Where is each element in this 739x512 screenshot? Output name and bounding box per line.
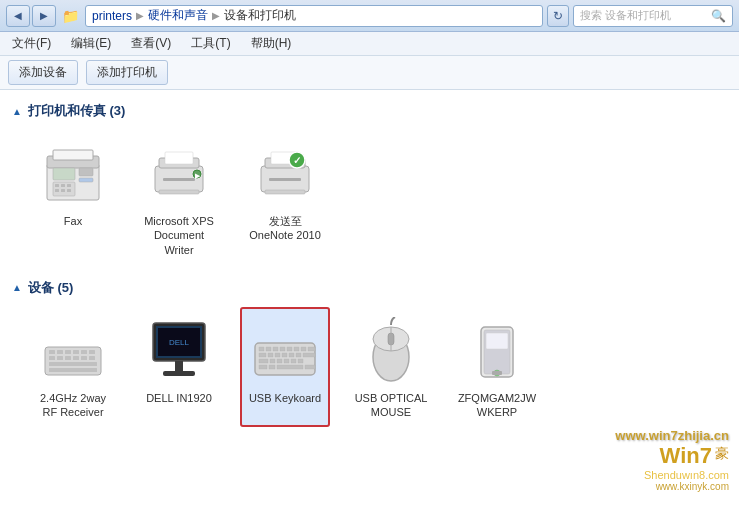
menu-edit[interactable]: 编辑(E) bbox=[67, 33, 115, 54]
svg-rect-34 bbox=[49, 356, 55, 360]
section-label-devices: 设备 (5) bbox=[28, 279, 74, 297]
svg-rect-15 bbox=[163, 178, 195, 181]
svg-rect-16 bbox=[159, 190, 199, 194]
svg-rect-50 bbox=[266, 347, 271, 351]
svg-rect-40 bbox=[49, 362, 97, 366]
svg-rect-8 bbox=[61, 184, 65, 187]
svg-rect-36 bbox=[65, 356, 71, 360]
device-xps[interactable]: ▶ Microsoft XPS Document Writer bbox=[134, 130, 224, 265]
svg-rect-53 bbox=[287, 347, 292, 351]
forward-button[interactable]: ▶ bbox=[32, 5, 56, 27]
svg-rect-22 bbox=[269, 178, 301, 181]
rf-icon bbox=[37, 315, 109, 387]
svg-rect-4 bbox=[79, 178, 93, 182]
search-bar[interactable]: 搜索 设备和打印机 🔍 bbox=[573, 5, 733, 27]
section-label-printers: 打印机和传真 (3) bbox=[28, 102, 126, 120]
svg-rect-29 bbox=[57, 350, 63, 354]
svg-text:✓: ✓ bbox=[293, 155, 301, 166]
mouse-label: USB OPTICAL MOUSE bbox=[354, 391, 428, 420]
svg-rect-63 bbox=[303, 353, 315, 357]
breadcrumb-item-controlpanel[interactable]: printers bbox=[92, 9, 132, 23]
address-bar: ◀ ▶ 📁 printers ▶ 硬件和声音 ▶ 设备和打印机 ↻ 搜索 设备和… bbox=[0, 0, 739, 32]
svg-rect-71 bbox=[269, 365, 275, 369]
search-icon: 🔍 bbox=[711, 9, 726, 23]
breadcrumb[interactable]: printers ▶ 硬件和声音 ▶ 设备和打印机 bbox=[85, 5, 543, 27]
nav-buttons: ◀ ▶ bbox=[6, 5, 56, 27]
svg-rect-73 bbox=[305, 365, 315, 369]
svg-rect-51 bbox=[273, 347, 278, 351]
svg-rect-9 bbox=[67, 184, 71, 187]
svg-rect-69 bbox=[298, 359, 303, 363]
section-header-printers: ▲ 打印机和传真 (3) bbox=[12, 102, 727, 120]
svg-rect-62 bbox=[296, 353, 301, 357]
add-printer-button[interactable]: 添加打印机 bbox=[86, 60, 168, 85]
menu-help[interactable]: 帮助(H) bbox=[247, 33, 296, 54]
device-onenote[interactable]: ✓ 发送至 OneNote 2010 bbox=[240, 130, 330, 265]
svg-rect-32 bbox=[81, 350, 87, 354]
svg-rect-61 bbox=[289, 353, 294, 357]
svg-rect-67 bbox=[284, 359, 289, 363]
svg-rect-44 bbox=[175, 361, 183, 371]
svg-rect-37 bbox=[73, 356, 79, 360]
svg-rect-82 bbox=[492, 371, 502, 375]
dell-label: DELL IN1920 bbox=[146, 391, 212, 405]
svg-rect-52 bbox=[280, 347, 285, 351]
search-placeholder-text: 搜索 设备和打印机 bbox=[580, 8, 707, 23]
breadcrumb-sep-1: ▶ bbox=[136, 10, 144, 21]
svg-rect-49 bbox=[259, 347, 264, 351]
add-device-button[interactable]: 添加设备 bbox=[8, 60, 78, 85]
svg-rect-59 bbox=[275, 353, 280, 357]
toolbar: 添加设备 添加打印机 bbox=[0, 56, 739, 90]
back-button[interactable]: ◀ bbox=[6, 5, 30, 27]
section-header-devices: ▲ 设备 (5) bbox=[12, 279, 727, 297]
menu-bar: 文件(F) 编辑(E) 查看(V) 工具(T) 帮助(H) bbox=[0, 32, 739, 56]
device-dell-monitor[interactable]: DELL DELL IN1920 bbox=[134, 307, 224, 428]
breadcrumb-item-hardware[interactable]: 硬件和声音 bbox=[148, 7, 208, 24]
svg-rect-65 bbox=[270, 359, 275, 363]
svg-rect-10 bbox=[55, 189, 59, 192]
svg-text:DELL: DELL bbox=[169, 338, 190, 347]
svg-rect-41 bbox=[49, 368, 97, 372]
keyboard-label: USB Keykoard bbox=[249, 391, 321, 405]
printers-grid: Fax ▶ bbox=[12, 130, 727, 265]
svg-rect-55 bbox=[301, 347, 306, 351]
svg-rect-17 bbox=[165, 152, 193, 164]
breadcrumb-sep-2: ▶ bbox=[212, 10, 220, 21]
svg-rect-58 bbox=[268, 353, 273, 357]
breadcrumb-current: 设备和打印机 bbox=[224, 7, 296, 24]
svg-rect-5 bbox=[53, 168, 75, 180]
svg-rect-38 bbox=[81, 356, 87, 360]
svg-rect-33 bbox=[89, 350, 95, 354]
section-arrow-devices: ▲ bbox=[12, 282, 22, 293]
svg-rect-39 bbox=[89, 356, 95, 360]
section-arrow-printers: ▲ bbox=[12, 106, 22, 117]
svg-rect-54 bbox=[294, 347, 299, 351]
svg-rect-81 bbox=[486, 333, 508, 349]
svg-rect-68 bbox=[291, 359, 296, 363]
zfqm-label: ZFQMGAM2JW WKERP bbox=[458, 391, 536, 420]
device-zfqm[interactable]: ZFQMGAM2JW WKERP bbox=[452, 307, 542, 428]
svg-rect-11 bbox=[61, 189, 65, 192]
svg-rect-72 bbox=[277, 365, 303, 369]
devices-grid: 2.4GHz 2way RF Receiver DELL bbox=[12, 307, 727, 428]
device-usb-keyboard[interactable]: USB Keykoard bbox=[240, 307, 330, 428]
svg-rect-60 bbox=[282, 353, 287, 357]
svg-rect-45 bbox=[163, 371, 195, 376]
menu-view[interactable]: 查看(V) bbox=[127, 33, 175, 54]
svg-rect-23 bbox=[265, 190, 305, 194]
device-rf-receiver[interactable]: 2.4GHz 2way RF Receiver bbox=[28, 307, 118, 428]
monitor-icon: DELL bbox=[143, 315, 215, 387]
svg-rect-30 bbox=[65, 350, 71, 354]
menu-tools[interactable]: 工具(T) bbox=[187, 33, 234, 54]
device-usb-mouse[interactable]: USB OPTICAL MOUSE bbox=[346, 307, 436, 428]
svg-rect-31 bbox=[73, 350, 79, 354]
xps-icon: ▶ bbox=[143, 138, 215, 210]
keyboard-icon bbox=[249, 315, 321, 387]
device-fax[interactable]: Fax bbox=[28, 130, 118, 265]
svg-rect-66 bbox=[277, 359, 282, 363]
refresh-button[interactable]: ↻ bbox=[547, 5, 569, 27]
svg-rect-35 bbox=[57, 356, 63, 360]
menu-file[interactable]: 文件(F) bbox=[8, 33, 55, 54]
xps-label: Microsoft XPS Document Writer bbox=[142, 214, 216, 257]
svg-rect-7 bbox=[55, 184, 59, 187]
